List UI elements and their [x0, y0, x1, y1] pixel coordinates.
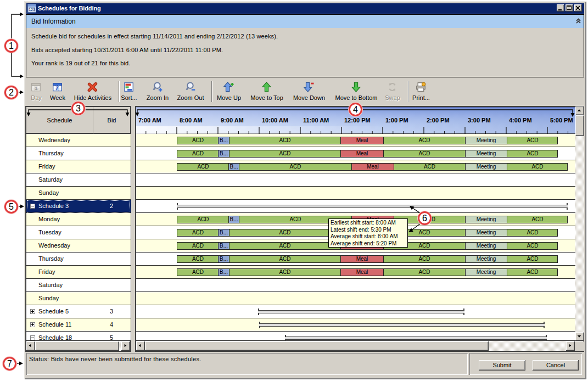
svg-text:123: 123 [29, 8, 35, 12]
svg-text:1: 1 [35, 85, 38, 91]
svg-text:7: 7 [55, 85, 59, 91]
